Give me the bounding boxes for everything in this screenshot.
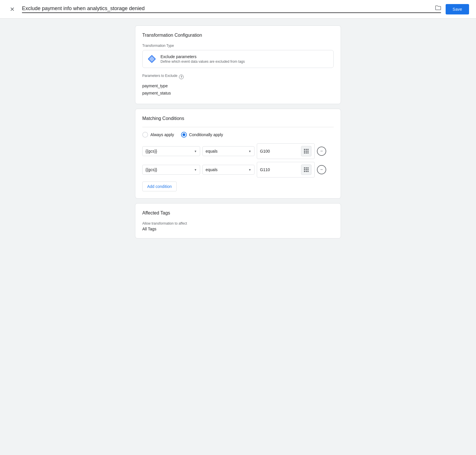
operator-select-1[interactable]: equals ▼ <box>202 146 254 156</box>
param-item-2: payment_status <box>142 90 334 97</box>
always-apply-label: Always apply <box>150 132 174 137</box>
conditionally-apply-circle <box>181 132 187 138</box>
page-title: Exclude payment info when analytics_stor… <box>22 5 432 12</box>
grid-icon-1 <box>304 149 309 153</box>
conditions-divider <box>142 127 334 127</box>
always-apply-circle <box>142 132 148 138</box>
conditionally-apply-radio[interactable]: Conditionally apply <box>181 132 223 138</box>
grid-btn-2[interactable] <box>301 164 311 175</box>
param-item-1: payment_type <box>142 82 334 90</box>
grid-icon-2 <box>304 167 309 172</box>
affected-tags-card: Affected Tags Allow transformation to af… <box>135 203 341 238</box>
affected-allow-label: Allow transformation to affect <box>142 221 334 225</box>
value-input-2[interactable]: G110 <box>257 162 315 177</box>
help-icon[interactable]: ? <box>179 75 184 79</box>
affected-tags-title: Affected Tags <box>142 210 334 216</box>
diamond-icon <box>147 54 156 64</box>
main-content: Transformation Configuration Transformat… <box>128 19 348 245</box>
always-apply-radio[interactable]: Always apply <box>142 132 174 138</box>
close-button[interactable]: ✕ <box>7 4 17 14</box>
variable-select-2-value: {{gcs}} <box>145 167 157 172</box>
value-input-1-text: G100 <box>260 149 270 153</box>
radio-row: Always apply Conditionally apply <box>142 132 334 138</box>
dropdown-arrow-op-1: ▼ <box>248 150 251 153</box>
dropdown-arrow-1: ▼ <box>194 150 197 153</box>
minus-icon-1: − <box>320 149 323 154</box>
variable-select-1[interactable]: {{gcs}} ▼ <box>142 146 200 156</box>
params-label: Parameters to Exclude <box>142 74 177 78</box>
conditions-title: Matching Conditions <box>142 116 334 121</box>
variable-select-1-value: {{gcs}} <box>145 149 157 153</box>
type-label: Transformation Type <box>142 44 334 48</box>
transformation-type-option[interactable]: Exclude parameters Define which event da… <box>142 50 334 68</box>
conditionally-apply-label: Conditionally apply <box>189 132 223 137</box>
header: ✕ Exclude payment info when analytics_st… <box>0 0 476 19</box>
params-section: Parameters to Exclude ? payment_type pay… <box>142 74 334 97</box>
transformation-card: Transformation Configuration Transformat… <box>135 25 341 104</box>
remove-condition-2[interactable]: − <box>317 165 326 174</box>
type-desc: Define which event data values are exclu… <box>160 60 245 64</box>
transformation-title: Transformation Configuration <box>142 33 334 38</box>
close-icon: ✕ <box>10 6 15 13</box>
affected-tags-value: All Tags <box>142 227 334 231</box>
grid-btn-1[interactable] <box>301 146 311 156</box>
header-title-area: Exclude payment info when analytics_stor… <box>22 5 441 13</box>
operator-select-2-value: equals <box>206 167 217 172</box>
add-condition-button[interactable]: Add condition <box>142 182 177 191</box>
condition-row-1: {{gcs}} ▼ equals ▼ G100 − <box>142 143 334 159</box>
value-input-2-text: G110 <box>260 167 270 172</box>
operator-select-1-value: equals <box>206 149 217 153</box>
params-label-row: Parameters to Exclude ? <box>142 74 334 80</box>
conditions-card: Matching Conditions Always apply Conditi… <box>135 109 341 199</box>
save-button[interactable]: Save <box>446 4 469 14</box>
dropdown-arrow-op-2: ▼ <box>248 168 251 171</box>
dropdown-arrow-2: ▼ <box>194 168 197 171</box>
type-name: Exclude parameters <box>160 54 245 59</box>
operator-select-2[interactable]: equals ▼ <box>202 165 254 175</box>
type-option-text: Exclude parameters Define which event da… <box>160 54 245 64</box>
value-input-1[interactable]: G100 <box>257 143 315 159</box>
remove-condition-1[interactable]: − <box>317 147 326 156</box>
folder-icon[interactable] <box>435 5 441 12</box>
minus-icon-2: − <box>320 167 323 172</box>
condition-row-2: {{gcs}} ▼ equals ▼ G110 − <box>142 162 334 177</box>
variable-select-2[interactable]: {{gcs}} ▼ <box>142 165 200 175</box>
